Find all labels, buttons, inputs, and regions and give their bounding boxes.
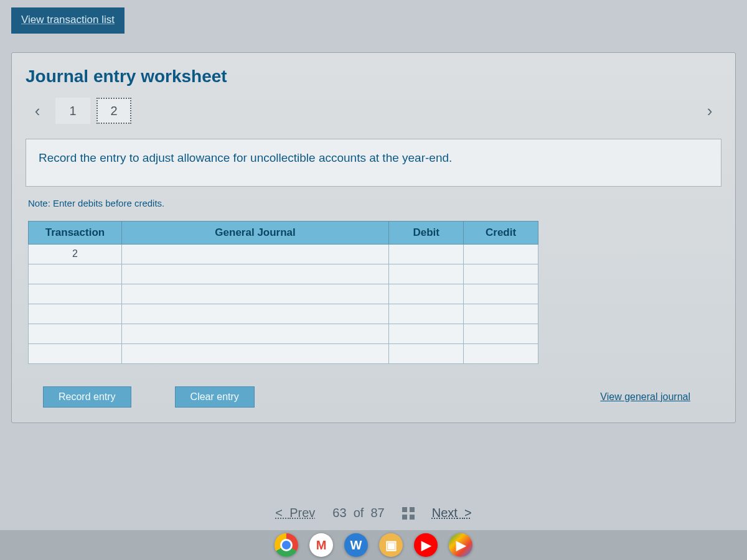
cell-debit[interactable]	[389, 264, 464, 284]
cell-credit[interactable]	[464, 304, 538, 324]
worksheet-title: Journal entry worksheet	[26, 67, 721, 86]
page-indicator: 63 of 87	[332, 506, 384, 520]
grid-icon[interactable]	[402, 507, 415, 520]
taskbar: M W ▣ ▶ ▶	[0, 530, 747, 560]
view-general-journal-button[interactable]: View general journal	[600, 387, 690, 407]
cell-transaction[interactable]	[29, 284, 122, 304]
cell-credit[interactable]	[464, 284, 538, 304]
gmail-icon[interactable]: M	[309, 533, 333, 557]
clear-entry-button[interactable]: Clear entry	[175, 386, 255, 408]
table-row	[29, 284, 538, 304]
cell-transaction[interactable]	[29, 304, 122, 324]
button-row: Record entry Clear entry View general jo…	[43, 386, 721, 408]
col-header-debit: Debit	[389, 221, 464, 244]
cell-transaction[interactable]	[29, 343, 122, 363]
chevron-right-icon[interactable]: ›	[698, 98, 721, 124]
cell-general-journal[interactable]	[121, 244, 388, 264]
play-store-icon[interactable]: ▶	[449, 533, 472, 557]
col-header-credit: Credit	[464, 221, 538, 244]
tab-1[interactable]: 1	[55, 98, 90, 124]
folder-icon[interactable]: ▣	[379, 533, 403, 557]
view-transaction-list-button[interactable]: View transaction list	[11, 7, 125, 34]
cell-general-journal[interactable]	[121, 304, 388, 324]
cell-debit[interactable]	[389, 343, 464, 363]
word-icon[interactable]: W	[344, 533, 368, 557]
table-row	[29, 264, 538, 284]
cell-debit[interactable]	[389, 304, 464, 324]
note-text: Note: Enter debits before credits.	[28, 198, 721, 208]
table-row: 2	[29, 244, 538, 264]
cell-general-journal[interactable]	[121, 264, 388, 284]
table-row	[29, 343, 538, 363]
chevron-right-icon: >	[464, 506, 472, 520]
cell-debit[interactable]	[389, 244, 464, 264]
journal-table: Transaction General Journal Debit Credit…	[28, 221, 538, 364]
chevron-left-icon: <	[275, 506, 283, 520]
table-row	[29, 324, 538, 343]
col-header-general-journal: General Journal	[121, 221, 388, 244]
cell-general-journal[interactable]	[121, 324, 388, 343]
record-entry-button[interactable]: Record entry	[43, 386, 131, 408]
cell-transaction[interactable]: 2	[29, 244, 122, 264]
worksheet-card: Journal entry worksheet ‹ 1 2 › Record t…	[11, 52, 736, 423]
chevron-left-icon[interactable]: ‹	[26, 98, 49, 124]
chrome-icon[interactable]	[275, 533, 298, 557]
cell-general-journal[interactable]	[121, 343, 388, 363]
footer-nav: < Prev 63 of 87 Next >	[0, 506, 747, 520]
cell-credit[interactable]	[464, 324, 538, 343]
cell-transaction[interactable]	[29, 324, 122, 343]
cell-credit[interactable]	[464, 244, 538, 264]
cell-general-journal[interactable]	[121, 284, 388, 304]
instruction-text: Record the entry to adjust allowance for…	[26, 139, 721, 187]
tab-row: ‹ 1 2 ›	[26, 98, 721, 124]
col-header-transaction: Transaction	[29, 221, 122, 244]
cell-debit[interactable]	[389, 284, 464, 304]
table-row	[29, 304, 538, 324]
youtube-icon[interactable]: ▶	[414, 533, 438, 557]
cell-transaction[interactable]	[29, 264, 122, 284]
tab-2[interactable]: 2	[96, 98, 131, 124]
prev-button[interactable]: < Prev	[275, 506, 315, 520]
cell-debit[interactable]	[389, 324, 464, 343]
cell-credit[interactable]	[464, 264, 538, 284]
next-button[interactable]: Next >	[432, 506, 472, 520]
cell-credit[interactable]	[464, 343, 538, 363]
